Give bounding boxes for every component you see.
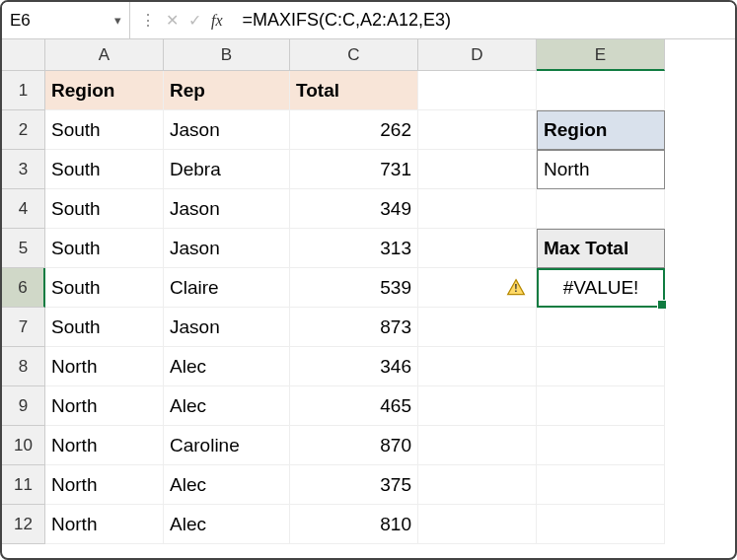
- cell-e3[interactable]: North: [537, 150, 665, 189]
- row-header-2[interactable]: 2: [2, 110, 45, 150]
- cell-b6[interactable]: Claire: [164, 268, 290, 308]
- formula-bar: E6 ▾ ⋮ ✕ ✓ fx =MAXIFS(C:C,A2:A12,E3): [2, 2, 735, 39]
- cell-c4[interactable]: 349: [290, 189, 418, 229]
- col-header-a[interactable]: A: [45, 39, 164, 71]
- cell-d4[interactable]: [418, 189, 537, 229]
- cell-a12[interactable]: North: [45, 505, 164, 544]
- cell-d10[interactable]: [418, 426, 537, 465]
- cell-a1[interactable]: Region: [45, 71, 164, 110]
- cell-c11[interactable]: 375: [290, 465, 418, 505]
- cell-b2[interactable]: Jason: [164, 110, 290, 150]
- accept-icon[interactable]: ✓: [188, 11, 201, 30]
- row-header-7[interactable]: 7: [2, 308, 45, 347]
- cell-e11[interactable]: [537, 465, 665, 505]
- cell-c2[interactable]: 262: [290, 110, 418, 150]
- col-header-d[interactable]: D: [418, 39, 537, 71]
- more-icon[interactable]: ⋮: [140, 11, 156, 30]
- cell-e8[interactable]: [537, 347, 665, 386]
- cell-a3[interactable]: South: [45, 150, 164, 189]
- cell-e10[interactable]: [537, 426, 665, 465]
- row-header-12[interactable]: 12: [2, 505, 45, 544]
- cell-b11[interactable]: Alec: [164, 465, 290, 505]
- cell-c7[interactable]: 873: [290, 308, 418, 347]
- cell-a7[interactable]: South: [45, 308, 164, 347]
- cell-c8[interactable]: 346: [290, 347, 418, 386]
- formula-bar-icons: ⋮ ✕ ✓ fx: [130, 11, 233, 30]
- cell-a2[interactable]: South: [45, 110, 164, 150]
- cell-c10[interactable]: 870: [290, 426, 418, 465]
- cell-e7[interactable]: [537, 308, 665, 347]
- cell-a10[interactable]: North: [45, 426, 164, 465]
- cell-b12[interactable]: Alec: [164, 505, 290, 544]
- cell-a4[interactable]: South: [45, 189, 164, 229]
- cell-d5[interactable]: [418, 229, 537, 268]
- cell-a9[interactable]: North: [45, 386, 164, 426]
- cell-d2[interactable]: [418, 110, 537, 150]
- row-header-6[interactable]: 6: [2, 268, 45, 308]
- cell-b9[interactable]: Alec: [164, 386, 290, 426]
- name-box[interactable]: E6 ▾: [2, 2, 130, 38]
- fx-icon[interactable]: fx: [211, 12, 223, 30]
- row-header-5[interactable]: 5: [2, 229, 45, 268]
- row-header-10[interactable]: 10: [2, 426, 45, 465]
- col-header-e[interactable]: E: [537, 39, 665, 71]
- cell-a5[interactable]: South: [45, 229, 164, 268]
- cell-d11[interactable]: [418, 465, 537, 505]
- chevron-down-icon[interactable]: ▾: [114, 13, 121, 28]
- cell-c9[interactable]: 465: [290, 386, 418, 426]
- cell-e4[interactable]: [537, 189, 665, 229]
- cell-d7[interactable]: [418, 308, 537, 347]
- cell-b5[interactable]: Jason: [164, 229, 290, 268]
- cell-e2[interactable]: Region: [537, 110, 665, 150]
- cell-c1[interactable]: Total: [290, 71, 418, 110]
- cell-b3[interactable]: Debra: [164, 150, 290, 189]
- spreadsheet-grid[interactable]: A B C D E 1 Region Rep Total 2 South Jas…: [2, 39, 735, 544]
- cell-d12[interactable]: [418, 505, 537, 544]
- row-header-8[interactable]: 8: [2, 347, 45, 386]
- col-header-c[interactable]: C: [290, 39, 418, 71]
- cell-b4[interactable]: Jason: [164, 189, 290, 229]
- row-header-1[interactable]: 1: [2, 71, 45, 110]
- cell-b10[interactable]: Caroline: [164, 426, 290, 465]
- cell-d1[interactable]: [418, 71, 537, 110]
- error-warning-icon[interactable]: !: [505, 278, 527, 298]
- cell-b8[interactable]: Alec: [164, 347, 290, 386]
- cell-d3[interactable]: [418, 150, 537, 189]
- cancel-icon[interactable]: ✕: [166, 11, 179, 30]
- cell-c12[interactable]: 810: [290, 505, 418, 544]
- col-header-b[interactable]: B: [164, 39, 290, 71]
- cell-e1[interactable]: [537, 71, 665, 110]
- cell-d8[interactable]: [418, 347, 537, 386]
- svg-text:!: !: [514, 283, 517, 294]
- cell-e6-value: #VALUE!: [563, 277, 639, 299]
- cell-c5[interactable]: 313: [290, 229, 418, 268]
- select-all-corner[interactable]: [2, 39, 45, 71]
- name-box-value: E6: [10, 11, 114, 31]
- cell-b1[interactable]: Rep: [164, 71, 290, 110]
- cell-a6[interactable]: South: [45, 268, 164, 308]
- cell-a8[interactable]: North: [45, 347, 164, 386]
- cell-b7[interactable]: Jason: [164, 308, 290, 347]
- cell-d9[interactable]: [418, 386, 537, 426]
- cell-c6[interactable]: 539: [290, 268, 418, 308]
- cell-e5[interactable]: Max Total: [537, 229, 665, 268]
- cell-c3[interactable]: 731: [290, 150, 418, 189]
- cell-e6-active[interactable]: ! #VALUE!: [537, 268, 665, 308]
- cell-a11[interactable]: North: [45, 465, 164, 505]
- row-header-9[interactable]: 9: [2, 386, 45, 426]
- row-header-11[interactable]: 11: [2, 465, 45, 505]
- formula-input[interactable]: =MAXIFS(C:C,A2:A12,E3): [233, 10, 735, 31]
- row-header-4[interactable]: 4: [2, 189, 45, 229]
- cell-e9[interactable]: [537, 386, 665, 426]
- cell-e12[interactable]: [537, 505, 665, 544]
- row-header-3[interactable]: 3: [2, 150, 45, 189]
